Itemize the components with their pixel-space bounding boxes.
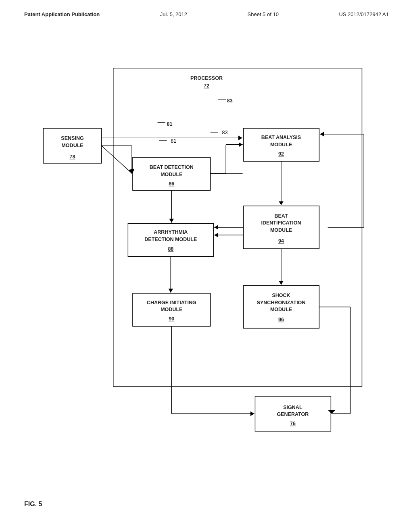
beat-id-label-line1: BEAT: [274, 213, 288, 219]
beat-detection-label-line1: BEAT DETECTION: [150, 164, 194, 170]
beat-analysis-number: 92: [278, 151, 284, 157]
sensing-module-label-line2: MODULE: [61, 143, 83, 148]
shock-sync-label-line2: SYNCHRONIZATION: [257, 300, 306, 305]
charge-label-line1: CHARGE INITIATING: [147, 300, 196, 305]
header-date: Jul. 5, 2012: [160, 11, 187, 17]
signal-gen-label-line2: GENERATOR: [277, 411, 309, 417]
header-sheet: Sheet 5 of 10: [248, 11, 279, 17]
beat-analysis-label-line2: MODULE: [270, 142, 292, 148]
arrhythmia-number: 88: [168, 246, 173, 252]
ref-81-label: 81: [167, 121, 172, 127]
ref-81: 81: [171, 138, 176, 144]
charge-label-line2: MODULE: [161, 307, 182, 312]
beat-id-label-line3: MODULE: [270, 227, 292, 233]
charge-number: 90: [169, 316, 174, 322]
processor-label: PROCESSOR: [190, 75, 223, 81]
shock-sync-label-line3: MODULE: [270, 307, 292, 312]
shock-sync-label-line1: SHOCK: [272, 293, 290, 298]
beat-analysis-label-line1: BEAT ANALYSIS: [261, 135, 301, 140]
sensing-module-label-line1: SENSING: [61, 135, 83, 141]
header-publication-type: Patent Application Publication: [24, 11, 100, 17]
processor-number: 72: [204, 83, 209, 89]
figure-label: FIG. 5: [24, 501, 42, 508]
patent-diagram: PROCESSOR 72 83 81 SENSING MODULE 78 BEA…: [24, 56, 389, 484]
beat-id-number: 94: [278, 238, 284, 244]
header-patent-number: US 2012/0172942 A1: [339, 11, 389, 17]
shock-sync-number: 96: [278, 317, 284, 322]
beat-detection-number: 86: [169, 181, 174, 187]
sensing-module-number: 78: [70, 154, 75, 160]
arrhythmia-label-line1: ARRHYTHMIA: [154, 229, 188, 235]
signal-gen-number: 76: [290, 421, 296, 426]
arrhythmia-label-line2: DETECTION MODULE: [144, 237, 197, 242]
page-header: Patent Application Publication Jul. 5, 2…: [0, 0, 413, 17]
beat-detection-label-line2: MODULE: [161, 172, 182, 177]
beat-id-label-line2: IDENTIFICATION: [261, 220, 301, 226]
signal-gen-label-line1: SIGNAL: [283, 405, 302, 410]
ref-83-label: 83: [227, 98, 233, 104]
ref-83: 83: [222, 130, 228, 135]
diagram-area: PROCESSOR 72 83 81 SENSING MODULE 78 BEA…: [24, 56, 389, 484]
